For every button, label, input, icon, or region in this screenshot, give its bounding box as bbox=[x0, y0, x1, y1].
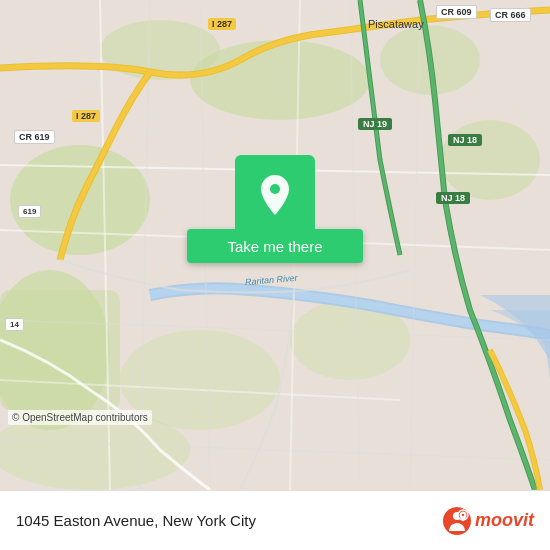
location-pin-card bbox=[235, 155, 315, 235]
moovit-logo: moovit bbox=[443, 507, 534, 535]
label-cr666: CR 666 bbox=[490, 8, 531, 22]
label-cr619: CR 619 bbox=[14, 130, 55, 144]
svg-point-7 bbox=[440, 120, 540, 200]
moovit-text: moovit bbox=[475, 510, 534, 531]
address-label: 1045 Easton Avenue, New York City bbox=[16, 512, 256, 529]
label-nj18-top: NJ 18 bbox=[448, 134, 482, 146]
label-nj19: NJ 19 bbox=[358, 118, 392, 130]
label-i287-top: I 287 bbox=[208, 18, 236, 30]
svg-point-22 bbox=[270, 184, 280, 194]
piscataway-label: Piscataway bbox=[368, 18, 424, 30]
bottom-bar: 1045 Easton Avenue, New York City moovit bbox=[0, 490, 550, 550]
map-attribution: © OpenStreetMap contributors bbox=[8, 410, 152, 425]
label-619: 619 bbox=[18, 205, 41, 218]
svg-point-26 bbox=[462, 513, 464, 515]
map-container: I 287 I 287 CR 666 CR 619 619 NJ 19 NJ 1… bbox=[0, 0, 550, 490]
label-nj18-right: NJ 18 bbox=[436, 192, 470, 204]
svg-rect-3 bbox=[0, 290, 120, 410]
label-i287-left: I 287 bbox=[72, 110, 100, 122]
label-14: 14 bbox=[5, 318, 24, 331]
label-cr609: CR 609 bbox=[436, 5, 477, 19]
